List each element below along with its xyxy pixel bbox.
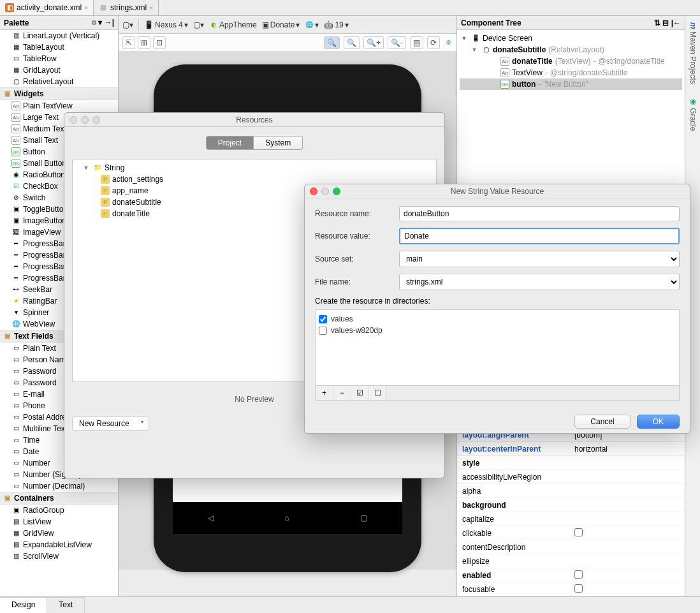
enabled-checkbox[interactable] <box>574 570 583 579</box>
ct-row-selected[interactable]: OKbutton - "New Button" <box>460 78 682 90</box>
component-tree[interactable]: ▼📱Device Screen ▼▢donateSubtitle (Relati… <box>457 30 685 92</box>
props-row[interactable]: alpha <box>457 484 685 498</box>
toolbar-dropdown[interactable]: ▢▾ <box>122 20 133 29</box>
capture-icon[interactable]: ▤ <box>410 36 423 49</box>
api-selector[interactable]: 🤖19▾ <box>324 20 348 29</box>
imgbtn-icon: ▣ <box>11 216 20 225</box>
zoom-out-icon[interactable]: 🔍- <box>388 36 406 49</box>
tab-strings[interactable]: ▤ strings.xml × <box>94 0 159 15</box>
palette-item[interactable]: ▭TableRow <box>0 53 118 64</box>
props-row[interactable]: contentDescription <box>457 540 685 554</box>
select-all-button[interactable]: ☑ <box>351 386 369 400</box>
new-resource-dropdown[interactable]: New Resource <box>72 417 149 431</box>
home-icon: ⌂ <box>284 513 289 522</box>
dir-values[interactable]: values <box>319 313 676 325</box>
text-icon: Ab <box>500 68 509 77</box>
gradle-toolwindow[interactable]: ◉ Gradle <box>689 97 697 131</box>
palette-item[interactable]: ▦TableLayout <box>0 41 118 53</box>
palette-section-widgets[interactable]: ▣Widgets <box>0 87 118 100</box>
chevron-down-icon: ▼ <box>82 163 91 172</box>
tool-btn[interactable]: ⊞ <box>138 36 150 49</box>
close-icon[interactable]: × <box>84 4 88 11</box>
zoom-reset-icon[interactable]: 🔍 <box>344 36 360 49</box>
layout-icon: ▦ <box>11 66 20 75</box>
ok-button[interactable]: OK <box>637 415 680 429</box>
palette-title: Palette <box>4 18 29 27</box>
props-row[interactable]: style <box>457 456 685 470</box>
zoom-in-icon[interactable]: 🔍+ <box>363 36 384 49</box>
gear-icon[interactable]: ⚙ <box>444 38 453 47</box>
tool-btn[interactable]: ⇱ <box>122 36 135 49</box>
tool-btn[interactable]: ⊡ <box>153 36 166 49</box>
ct-row[interactable]: AbTextView - @string/donateSubtitle <box>460 67 682 78</box>
design-tab[interactable]: Design <box>0 597 47 613</box>
props-row[interactable]: enabled <box>457 568 685 582</box>
deselect-all-button[interactable]: ☐ <box>369 386 387 400</box>
palette-header: Palette ⚙▾ →| <box>0 16 118 30</box>
props-row[interactable]: ellipsize <box>457 554 685 568</box>
focusable-checkbox[interactable] <box>574 584 583 593</box>
theme-icon: ◐ <box>209 20 218 29</box>
component-tree-header: Component Tree ⇅ ⊟ |← <box>457 16 685 30</box>
resource-name-input[interactable] <box>399 206 680 221</box>
close-icon[interactable]: × <box>149 4 153 11</box>
device-selector[interactable]: 📱 Nexus 4▾ <box>144 20 188 29</box>
theme-selector[interactable]: ◐AppTheme <box>209 20 257 29</box>
tab-activity-donate[interactable]: ◧ activity_donate.xml × <box>0 0 94 15</box>
tree-folder[interactable]: ▼📁String <box>75 162 434 174</box>
property-icon: P <box>101 209 110 218</box>
file-name-select[interactable]: strings.xml <box>399 274 680 290</box>
maven-toolwindow[interactable]: m Maven Projects <box>689 22 697 84</box>
folder-icon: ▣ <box>3 494 11 503</box>
ct-tools[interactable]: ⇅ ⊟ |← <box>654 18 681 27</box>
palette-item[interactable]: ▢RelativeLayout <box>0 76 118 87</box>
palette-item[interactable]: ▤ExpandableListView <box>0 539 118 550</box>
orientation-selector[interactable]: ▢▾ <box>193 20 204 29</box>
dir-values-w820dp[interactable]: values-w820dp <box>319 325 676 336</box>
remove-dir-button[interactable]: − <box>333 386 351 400</box>
dialog-titlebar[interactable]: New String Value Resource <box>305 184 690 198</box>
add-dir-button[interactable]: + <box>316 386 333 400</box>
palette-item[interactable]: ▤ListView <box>0 516 118 528</box>
input-icon: ▭ <box>11 482 20 491</box>
props-row[interactable]: background <box>457 498 685 512</box>
cancel-button[interactable]: Cancel <box>574 415 630 429</box>
zoom-fit-icon[interactable]: 🔍 <box>324 36 340 49</box>
props-row[interactable]: focusable <box>457 582 685 596</box>
ct-row[interactable]: AbdonateTitle (TextView) - @string/donat… <box>460 55 682 67</box>
tab-project[interactable]: Project <box>206 136 254 150</box>
container-icon: ▤ <box>11 540 20 549</box>
ct-row[interactable]: ▼▢donateSubtitle (RelativeLayout) <box>460 44 682 55</box>
palette-item[interactable]: ▭Number (Decimal) <box>0 480 118 492</box>
input-icon: ▭ <box>11 344 20 353</box>
directories-list[interactable]: values values-w820dp <box>315 309 680 386</box>
palette-item[interactable]: ▥ScrollView <box>0 550 118 562</box>
tab-system[interactable]: System <box>254 136 303 150</box>
dialog-titlebar[interactable]: Resources <box>64 113 444 127</box>
clickable-checkbox[interactable] <box>574 528 583 536</box>
text-tab[interactable]: Text <box>47 597 85 613</box>
palette-item[interactable]: ▦GridLayout <box>0 64 118 76</box>
palette-section-containers[interactable]: ▣Containers <box>0 492 118 505</box>
props-row[interactable]: layout:centerInParenthorizontal <box>457 442 685 456</box>
props-row[interactable]: clickable <box>457 526 685 540</box>
values-w820dp-checkbox[interactable] <box>319 327 327 335</box>
values-checkbox[interactable] <box>319 315 327 323</box>
ct-row[interactable]: ▼📱Device Screen <box>460 33 682 44</box>
refresh-icon[interactable]: ⟳ <box>427 36 440 49</box>
palette-menu[interactable]: ⚙▾ →| <box>89 18 114 27</box>
locale-selector[interactable]: 🌐▾ <box>305 20 319 29</box>
input-icon: ▭ <box>11 436 20 445</box>
properties-table[interactable]: layout:alignParent[bottom] layout:center… <box>457 427 685 596</box>
property-icon: P <box>101 186 110 195</box>
palette-item[interactable]: ▣RadioGroup <box>0 505 118 516</box>
palette-item[interactable]: AbPlain TextView <box>0 100 118 112</box>
source-set-select[interactable]: main <box>399 251 680 267</box>
palette-item[interactable]: ▥LinearLayout (Vertical) <box>0 30 118 41</box>
props-row[interactable]: capitalize <box>457 512 685 526</box>
input-icon: ▭ <box>11 470 20 479</box>
palette-item[interactable]: ▦GridView <box>0 528 118 539</box>
resource-value-input[interactable] <box>399 228 680 244</box>
config-selector[interactable]: ▣Donate▾ <box>262 20 300 29</box>
props-row[interactable]: accessibilityLiveRegion <box>457 470 685 484</box>
